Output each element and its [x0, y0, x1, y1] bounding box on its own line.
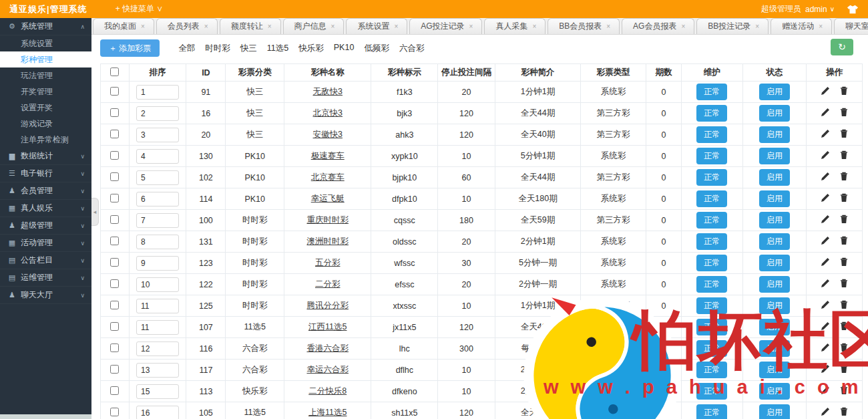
delete-trash-icon[interactable] [839, 236, 849, 247]
maintain-toggle-button[interactable]: 正常 [696, 319, 727, 335]
edit-pencil-icon[interactable] [821, 129, 830, 140]
delete-trash-icon[interactable] [839, 343, 849, 354]
delete-trash-icon[interactable] [839, 129, 849, 140]
sort-input[interactable] [136, 256, 179, 271]
status-toggle-button[interactable]: 启用 [759, 255, 790, 271]
lottery-name-link[interactable]: 幸运飞艇 [311, 194, 345, 203]
row-checkbox[interactable] [110, 194, 119, 202]
sidebar-item-开奖管理[interactable]: 开奖管理 [0, 84, 91, 100]
edit-pencil-icon[interactable] [821, 321, 830, 333]
sidebar-section-聊天大厅[interactable]: ♟聊天大厅∨ [0, 287, 91, 304]
delete-trash-icon[interactable] [839, 108, 849, 119]
filter-PK10[interactable]: PK10 [334, 43, 355, 54]
status-toggle-button[interactable]: 启用 [759, 276, 790, 293]
sidebar-section-运维管理[interactable]: ▤运维管理∨ [0, 269, 91, 287]
edit-pencil-icon[interactable] [821, 257, 830, 269]
lottery-name-link[interactable]: 江西11选5 [308, 322, 347, 331]
tab-AG会员报表[interactable]: AG会员报表× [622, 18, 694, 34]
maintain-toggle-button[interactable]: 正常 [696, 340, 727, 357]
sidebar-item-系统设置[interactable]: 系统设置 [0, 35, 91, 51]
sidebar-section-会员管理[interactable]: ♟会员管理∨ [0, 182, 91, 200]
sort-input[interactable] [136, 406, 179, 419]
delete-trash-icon[interactable] [839, 279, 849, 290]
sidebar-section-系统管理[interactable]: ⚙系统管理∧ [0, 18, 91, 35]
tab-close-icon[interactable]: × [819, 23, 823, 30]
sort-input[interactable] [136, 277, 179, 292]
maintain-toggle-button[interactable]: 正常 [696, 190, 727, 207]
delete-trash-icon[interactable] [839, 257, 849, 269]
tab-赠送活动[interactable]: 赠送活动× [771, 18, 832, 34]
lottery-name-link[interactable]: 香港六合彩 [306, 343, 349, 353]
sidebar-item-注单异常检测[interactable]: 注单异常检测 [0, 132, 91, 148]
sidebar-section-活动管理[interactable]: ▦活动管理∨ [0, 235, 91, 252]
maintain-toggle-button[interactable]: 正常 [696, 233, 727, 250]
sidebar-collapse-handle[interactable]: ◂ [91, 198, 99, 226]
edit-pencil-icon[interactable] [821, 279, 830, 290]
sort-input[interactable] [136, 320, 179, 335]
edit-pencil-icon[interactable] [821, 150, 830, 162]
maintain-toggle-button[interactable]: 正常 [696, 212, 727, 229]
tab-我的桌面[interactable]: 我的桌面× [93, 18, 154, 34]
delete-trash-icon[interactable] [839, 407, 849, 418]
lottery-name-link[interactable]: 二分彩 [315, 279, 341, 289]
status-toggle-button[interactable]: 启用 [759, 383, 790, 400]
tab-close-icon[interactable]: × [204, 23, 208, 30]
edit-pencil-icon[interactable] [821, 343, 830, 354]
tab-BB投注记录[interactable]: BB投注记录× [696, 18, 769, 34]
status-toggle-button[interactable]: 启用 [759, 126, 790, 143]
status-toggle-button[interactable]: 启用 [759, 233, 790, 250]
maintain-toggle-button[interactable]: 正常 [696, 404, 727, 419]
sidebar-section-电子银行[interactable]: ☰电子银行∨ [0, 165, 91, 182]
sidebar-item-玩法管理[interactable]: 玩法管理 [0, 67, 91, 84]
lottery-name-link[interactable]: 无敌快3 [313, 87, 343, 96]
row-checkbox[interactable] [110, 408, 119, 416]
filter-时时彩[interactable]: 时时彩 [205, 43, 230, 54]
status-toggle-button[interactable]: 启用 [759, 84, 790, 100]
lottery-name-link[interactable]: 安徽快3 [313, 130, 343, 139]
select-all-checkbox[interactable] [110, 67, 119, 76]
sort-input[interactable] [136, 341, 179, 356]
edit-pencil-icon[interactable] [821, 86, 830, 98]
row-checkbox[interactable] [110, 87, 119, 96]
lottery-name-link[interactable]: 极速赛车 [311, 151, 345, 160]
sidebar-item-游戏记录[interactable]: 游戏记录 [0, 116, 91, 132]
tab-BB会员报表[interactable]: BB会员报表× [548, 18, 620, 34]
edit-pencil-icon[interactable] [821, 108, 830, 119]
row-checkbox[interactable] [110, 301, 119, 309]
row-checkbox[interactable] [110, 258, 119, 267]
refresh-button[interactable]: ↻ [831, 39, 853, 55]
tab-close-icon[interactable]: × [331, 23, 335, 30]
tab-close-icon[interactable]: × [606, 23, 610, 30]
lottery-name-link[interactable]: 北京赛车 [311, 172, 345, 182]
edit-pencil-icon[interactable] [821, 407, 830, 418]
edit-pencil-icon[interactable] [821, 236, 830, 247]
lottery-name-link[interactable]: 幸运六合彩 [306, 365, 349, 374]
sort-input[interactable] [136, 384, 179, 399]
tab-商户信息[interactable]: 商户信息× [283, 18, 345, 34]
sidebar-section-公告栏目[interactable]: ▤公告栏目∨ [0, 252, 91, 269]
theme-shirt-icon[interactable] [847, 4, 859, 15]
status-toggle-button[interactable]: 启用 [759, 319, 790, 335]
lottery-name-link[interactable]: 重庆时时彩 [306, 215, 349, 225]
delete-trash-icon[interactable] [839, 86, 849, 98]
sort-input[interactable] [136, 213, 179, 228]
sort-input[interactable] [136, 149, 179, 164]
maintain-toggle-button[interactable]: 正常 [696, 84, 727, 100]
tab-close-icon[interactable]: × [141, 23, 145, 30]
filter-低频彩[interactable]: 低频彩 [364, 43, 389, 54]
sort-input[interactable] [136, 192, 179, 206]
delete-trash-icon[interactable] [839, 215, 849, 226]
edit-pencil-icon[interactable] [821, 364, 830, 376]
sidebar-section-数据统计[interactable]: ▆数据统计∨ [0, 148, 91, 165]
delete-trash-icon[interactable] [839, 193, 849, 204]
tab-系统设置[interactable]: 系统设置× [346, 18, 407, 34]
sort-input[interactable] [136, 299, 179, 313]
row-checkbox[interactable] [110, 108, 119, 117]
filter-快三[interactable]: 快三 [240, 43, 257, 54]
quick-menu-button[interactable]: + 快捷菜单 ∨ [116, 3, 164, 15]
filter-全部[interactable]: 全部 [178, 43, 195, 54]
sort-input[interactable] [136, 235, 179, 249]
tab-AG投注记录[interactable]: AG投注记录× [409, 18, 482, 34]
sidebar-item-设置开奖[interactable]: 设置开奖 [0, 100, 91, 116]
username-menu[interactable]: admin [805, 5, 827, 14]
